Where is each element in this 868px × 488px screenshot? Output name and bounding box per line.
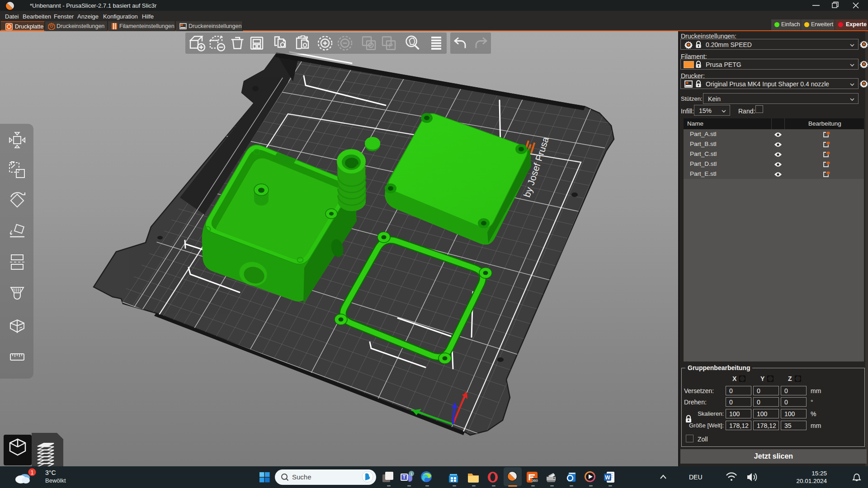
svg-text:Bewölkt: Bewölkt — [45, 477, 66, 484]
svg-text:P: P — [389, 42, 393, 49]
svg-text:Suche: Suche — [292, 473, 311, 481]
svg-text:3°C: 3°C — [45, 469, 56, 476]
svg-text:360: 360 — [532, 479, 538, 483]
svg-text:DEU: DEU — [689, 474, 703, 481]
svg-text:15:25: 15:25 — [811, 470, 827, 477]
svg-text:1: 1 — [410, 472, 412, 476]
svg-text:W: W — [605, 474, 610, 481]
svg-text:20.01.2024: 20.01.2024 — [796, 478, 827, 484]
svg-text:1: 1 — [31, 469, 34, 476]
